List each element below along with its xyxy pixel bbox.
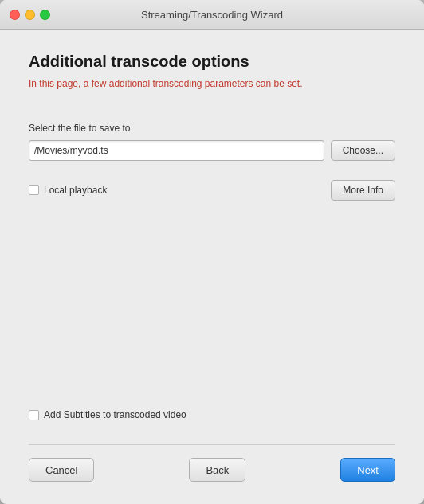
local-playback-label: Local playback [44,185,107,196]
local-playback-row: Local playback More Info [29,180,395,201]
file-section: Select the file to save to Choose... [29,123,395,161]
subtitles-row: Add Subtitles to transcoded video [29,409,395,420]
page-description: In this page, a few additional transcodi… [29,77,395,91]
next-button[interactable]: Next [340,458,395,482]
back-button[interactable]: Back [189,458,245,482]
button-bar: Cancel Back Next [29,444,395,482]
more-info-button[interactable]: More Info [331,180,395,201]
minimize-button[interactable] [25,10,35,20]
local-playback-checkbox[interactable] [29,185,39,195]
local-playback-left: Local playback [29,185,107,196]
content-area: Additional transcode options In this pag… [0,30,424,504]
close-button[interactable] [10,10,20,20]
traffic-lights [10,10,50,20]
window-title: Streaming/Transcoding Wizard [141,9,283,21]
subtitles-section: Add Subtitles to transcoded video [29,409,395,420]
spacer [29,213,395,409]
choose-button[interactable]: Choose... [331,140,395,161]
main-window: Streaming/Transcoding Wizard Additional … [0,0,424,504]
maximize-button[interactable] [40,10,50,20]
file-row: Choose... [29,140,395,161]
add-subtitles-label: Add Subtitles to transcoded video [44,409,186,420]
file-path-input[interactable] [29,140,324,161]
title-bar: Streaming/Transcoding Wizard [0,0,424,30]
page-title: Additional transcode options [29,53,395,71]
add-subtitles-checkbox[interactable] [29,410,39,420]
cancel-button[interactable]: Cancel [29,458,94,482]
file-label: Select the file to save to [29,123,395,134]
